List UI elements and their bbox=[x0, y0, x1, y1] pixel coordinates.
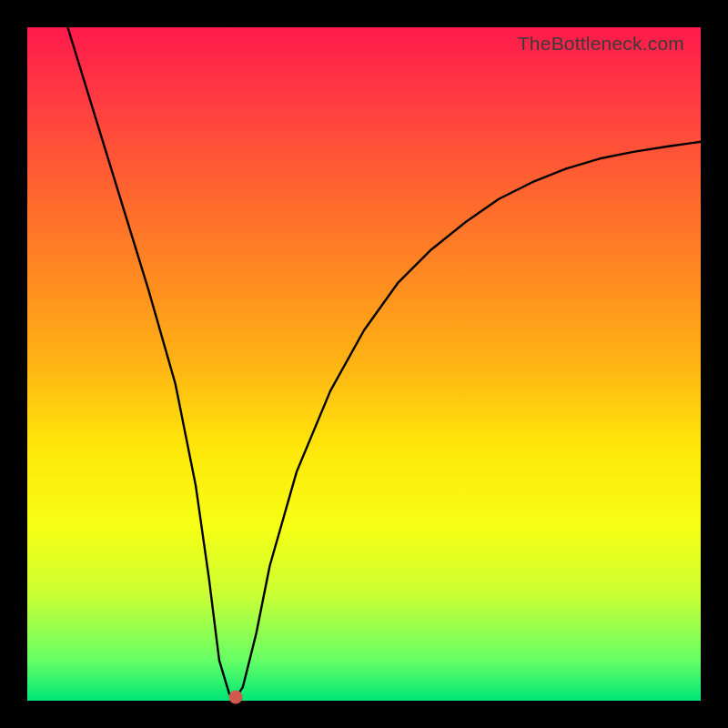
bottleneck-curve-path bbox=[67, 27, 701, 697]
chart-frame: TheBottleneck.com bbox=[0, 0, 728, 728]
curve-svg bbox=[27, 27, 701, 701]
minimum-marker bbox=[229, 691, 243, 704]
plot-area: TheBottleneck.com bbox=[27, 27, 701, 701]
